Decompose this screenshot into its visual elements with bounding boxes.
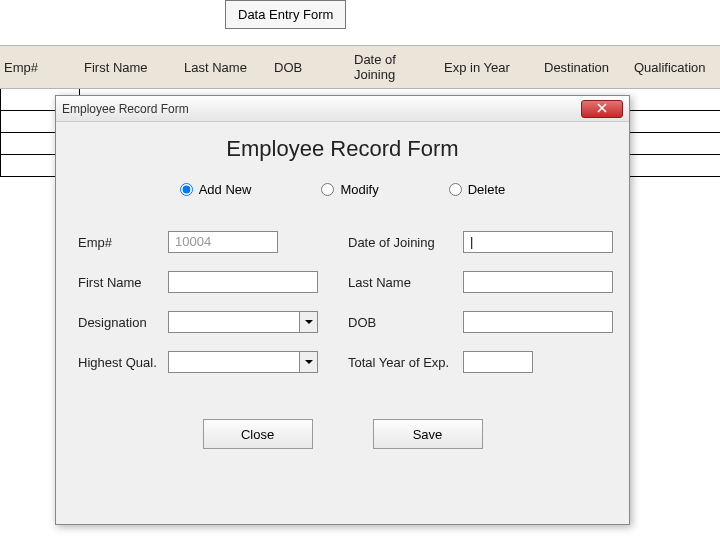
dialog-titlebar[interactable]: Employee Record Form [56, 96, 629, 122]
label-last-name: Last Name [348, 275, 463, 290]
chevron-down-icon [299, 352, 317, 372]
label-doj: Date of Joining [348, 235, 463, 250]
radio-add-new[interactable]: Add New [180, 182, 252, 197]
col-emp: Emp# [0, 46, 80, 88]
header-row: Emp# First Name Last Name DOB Date of Jo… [0, 45, 720, 89]
col-doj: Date of Joining [350, 46, 440, 88]
input-first-name[interactable] [168, 271, 318, 293]
select-qualification[interactable] [168, 351, 318, 373]
label-emp: Emp# [78, 235, 168, 250]
input-total-exp[interactable] [463, 351, 533, 373]
dialog-title: Employee Record Form [62, 102, 581, 116]
label-designation: Designation [78, 315, 168, 330]
label-exp: Total Year of Exp. [348, 355, 463, 370]
label-dob: DOB [348, 315, 463, 330]
input-date-of-joining[interactable]: | [463, 231, 613, 253]
col-exp: Exp in Year [440, 46, 540, 88]
input-emp[interactable]: 10004 [168, 231, 278, 253]
radio-add-new-input[interactable] [180, 183, 193, 196]
label-first-name: First Name [78, 275, 168, 290]
close-icon [597, 103, 607, 115]
col-qualification: Qualification [630, 46, 720, 88]
chevron-down-icon [299, 312, 317, 332]
select-designation[interactable] [168, 311, 318, 333]
save-button[interactable]: Save [373, 419, 483, 449]
dialog-close-button[interactable] [581, 100, 623, 118]
radio-delete-input[interactable] [449, 183, 462, 196]
input-dob[interactable] [463, 311, 613, 333]
close-button[interactable]: Close [203, 419, 313, 449]
dialog-heading: Employee Record Form [56, 122, 629, 168]
col-destination: Destination [540, 46, 630, 88]
input-last-name[interactable] [463, 271, 613, 293]
col-firstname: First Name [80, 46, 180, 88]
col-lastname: Last Name [180, 46, 270, 88]
col-dob: DOB [270, 46, 350, 88]
radio-delete[interactable]: Delete [449, 182, 506, 197]
label-qualification: Highest Qual. [78, 355, 168, 370]
radio-modify-input[interactable] [321, 183, 334, 196]
data-entry-form-button[interactable]: Data Entry Form [225, 0, 346, 29]
radio-add-new-label: Add New [199, 182, 252, 197]
mode-radio-group: Add New Modify Delete [56, 168, 629, 205]
radio-modify[interactable]: Modify [321, 182, 378, 197]
radio-modify-label: Modify [340, 182, 378, 197]
employee-record-dialog: Employee Record Form Employee Record For… [55, 95, 630, 525]
radio-delete-label: Delete [468, 182, 506, 197]
